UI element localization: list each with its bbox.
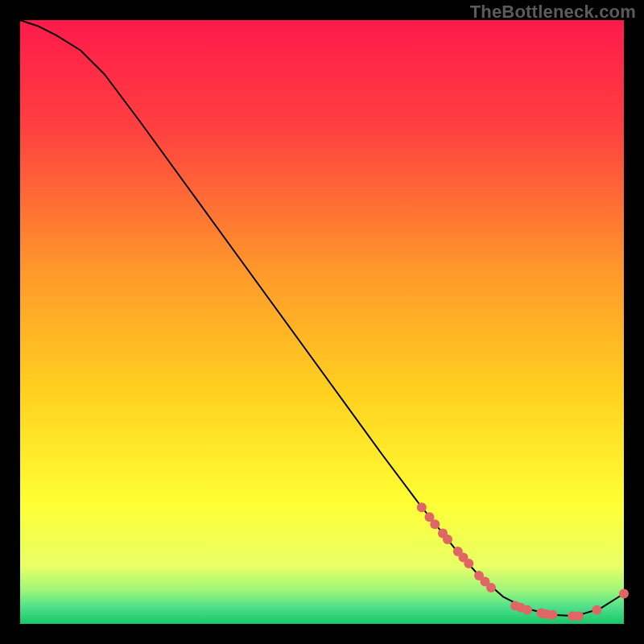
marker-dot (430, 519, 440, 529)
marker-dot (619, 589, 629, 599)
marker-dot (464, 559, 473, 568)
chart-canvas (0, 0, 644, 644)
marker-dot (592, 605, 601, 615)
marker-dot (548, 610, 558, 620)
marker-dot (574, 611, 584, 621)
watermark-text: TheBottleneck.com (470, 2, 636, 23)
marker-dot (443, 535, 452, 544)
marker-dot (417, 502, 427, 512)
marker-dot (486, 583, 496, 592)
plot-background (20, 20, 624, 624)
marker-dot (522, 605, 532, 615)
chart-root: TheBottleneck.com (0, 0, 644, 644)
